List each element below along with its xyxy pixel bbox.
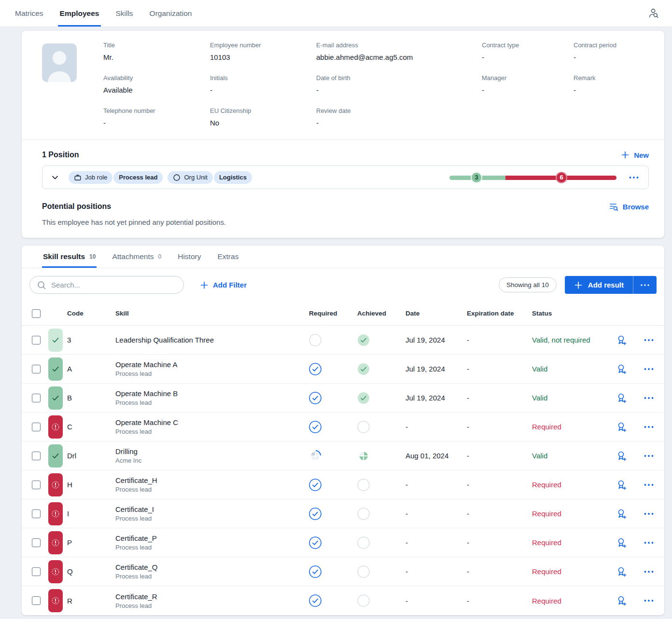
add-certificate-icon[interactable] [609,508,633,520]
row-checkbox[interactable] [32,596,41,605]
skill-name: Certificate_Q [115,563,299,571]
nav-item-organization[interactable]: Organization [148,0,194,27]
position-row[interactable]: Job role Process lead Org Unit Logistics… [42,165,649,189]
achieved-indicator [348,594,396,607]
table-row[interactable]: Drl Drilling Acme Inc Aug 01, 2024 - Val… [22,441,664,470]
skill-subtitle: Process lead [115,428,299,435]
field-value: - [482,86,574,94]
position-menu-button[interactable] [628,172,640,183]
row-menu-button[interactable] [633,363,664,375]
add-certificate-icon[interactable] [609,392,633,404]
skill-status-badge [48,415,63,439]
row-menu-button[interactable] [633,334,664,346]
add-result-button[interactable]: Add result [565,276,633,294]
result-date: - [396,597,457,605]
field-value: - [482,53,574,61]
row-checkbox[interactable] [32,394,41,402]
field-value: Mr. [103,53,210,61]
table-row[interactable]: H Certificate_H Process lead - - Require… [22,470,664,499]
field-value: - [103,119,210,127]
add-certificate-icon[interactable] [609,334,633,346]
row-menu-button[interactable] [633,536,664,549]
row-checkbox[interactable] [32,336,41,344]
potential-positions-empty-text: This employee has not yet pinned any pot… [42,218,649,228]
employee-field: E-mail address abbie.ahmed@acme.ag5.com [316,41,482,61]
table-row[interactable]: 3 Leadership Qualification Three Jul 19,… [22,326,664,355]
row-checkbox[interactable] [32,481,41,489]
employee-fields: Title Mr. Employee number 10103 E-mail a… [103,41,649,127]
new-position-button[interactable]: New [621,151,649,159]
row-menu-button[interactable] [633,565,664,578]
row-checkbox[interactable] [32,538,41,547]
skill-subtitle: Acme Inc [115,457,299,464]
chevron-down-icon[interactable] [50,173,60,182]
tab-attachments[interactable]: Attachments 0 [111,246,162,268]
row-menu-button[interactable] [633,421,664,433]
nav-item-skills[interactable]: Skills [113,0,135,27]
nav-item-matrices[interactable]: Matrices [13,0,45,27]
row-checkbox[interactable] [32,365,41,373]
row-menu-button[interactable] [633,594,664,607]
search-field[interactable] [29,276,184,294]
user-search-icon[interactable] [647,7,660,20]
table-row[interactable]: B Operate Machine B Process lead Jul 19,… [22,384,664,413]
job-role-pills: Job role Process lead [69,171,163,184]
employee-photo [42,43,77,82]
add-certificate-icon[interactable] [609,536,633,549]
field-label: E-mail address [316,41,482,49]
skill-code: R [67,597,115,605]
tab-skill-results[interactable]: Skill results 10 [42,246,97,268]
plus-icon [574,281,583,289]
browse-positions-button[interactable]: Browse [609,202,649,211]
table-row[interactable]: A Operate Machine A Process lead Jul 19,… [22,355,664,384]
table-row[interactable]: P Certificate_P Process lead - - Require… [22,528,664,557]
add-filter-button[interactable]: Add Filter [200,281,247,289]
add-certificate-icon[interactable] [609,421,633,433]
add-certificate-icon[interactable] [609,479,633,491]
row-checkbox[interactable] [32,452,41,460]
field-label: Review date [316,107,482,114]
add-result-menu-button[interactable] [633,276,657,294]
skill-subtitle: Process lead [115,399,299,406]
add-certificate-icon[interactable] [609,565,633,578]
result-date: Aug 01, 2024 [396,452,457,460]
row-menu-button[interactable] [633,392,664,404]
add-certificate-icon[interactable] [609,594,633,607]
required-indicator [299,334,348,346]
field-label: Manager [482,74,574,82]
employee-field: Review date - [316,107,482,127]
row-checkbox[interactable] [32,423,41,431]
field-label: Initials [210,74,316,82]
row-menu-button[interactable] [633,479,664,491]
select-all-checkbox[interactable] [32,309,41,318]
col-code: Code [67,310,115,317]
tab-count-badge: 0 [158,253,162,260]
field-value: - [316,86,482,94]
add-certificate-icon[interactable] [609,450,633,462]
row-menu-button[interactable] [633,450,664,462]
achieved-indicator [348,479,396,491]
col-expiration-date: Expiration date [457,310,522,317]
add-certificate-icon[interactable] [609,363,633,375]
nav-item-employees[interactable]: Employees [58,0,101,27]
tab-history[interactable]: History [177,246,202,268]
table-row[interactable]: C Operate Machine C Process lead - - Req… [22,413,664,441]
table-body: 3 Leadership Qualification Three Jul 19,… [22,326,664,615]
position-skill-progress: 3 6 [449,172,616,183]
skill-code: H [67,481,115,489]
row-checkbox[interactable] [32,567,41,576]
row-menu-button[interactable] [633,508,664,520]
skill-code: C [67,423,115,431]
skill-code: Drl [67,452,115,460]
row-checkbox[interactable] [32,509,41,518]
status-text: Required [522,509,609,518]
search-input[interactable] [51,281,177,289]
table-row[interactable]: Q Certificate_Q Process lead - - Require… [22,557,664,586]
table-row[interactable]: I Certificate_I Process lead - - Require… [22,499,664,528]
tab-extras[interactable]: Extras [216,246,239,268]
employee-field: Date of birth - [316,74,482,94]
table-row[interactable]: R Certificate_R Process lead - - Require… [22,586,664,615]
field-label: Contract period [574,41,649,49]
tab-count-badge: 10 [89,253,96,260]
job-role-label-pill: Job role [69,171,112,184]
